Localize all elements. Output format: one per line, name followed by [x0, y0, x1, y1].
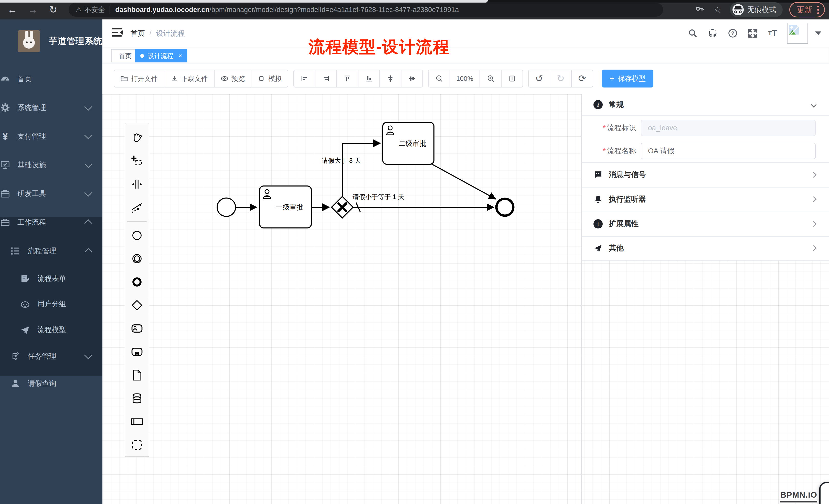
avatar[interactable] [787, 23, 808, 44]
url-bar[interactable]: ⚠ 不安全 dashboard.yudao.iocoder.cn /bpm/ma… [69, 3, 663, 16]
zoom-reset-button[interactable] [501, 70, 523, 87]
flow-label-gt3[interactable]: 请假大于 3 天 [322, 157, 361, 164]
sidebar-item-workflow[interactable]: 工作流程 [0, 208, 102, 236]
zoom-in-button[interactable] [479, 70, 502, 87]
sidebar-item-user-group[interactable]: 用户分组 [0, 290, 102, 318]
update-label[interactable]: 更新 [797, 5, 812, 15]
tab-design-process[interactable]: 设计流程 × [135, 49, 187, 63]
chevron-down-icon [84, 189, 92, 196]
forward-icon[interactable]: → [26, 3, 39, 16]
app-header: 首页 / 设计流程 ? TT [102, 20, 829, 47]
font-size-icon[interactable]: TT [767, 28, 778, 39]
end-event-icon[interactable] [125, 270, 149, 294]
comment-icon [593, 169, 603, 180]
align-top-button[interactable] [336, 70, 358, 87]
user-task-level2[interactable]: 二级审批 [383, 122, 434, 164]
floating-widget-corner[interactable] [819, 482, 829, 504]
avatar-dropdown-caret[interactable] [815, 32, 821, 35]
sidebar-item-process-model[interactable]: 流程模型 [0, 316, 102, 344]
sidebar-toggle-icon[interactable] [112, 27, 123, 38]
update-button[interactable]: 更新 [789, 2, 825, 17]
process-name-input[interactable] [641, 143, 816, 159]
user-task-palette-icon[interactable] [125, 317, 149, 340]
space-tool-icon[interactable] [125, 172, 149, 196]
section-extended-attributes[interactable]: + 扩展属性 [582, 211, 829, 236]
close-icon[interactable]: × [178, 52, 182, 60]
start-event-icon[interactable] [125, 224, 149, 247]
sidebar-item-system[interactable]: 系统管理 [0, 93, 102, 122]
exclusive-gateway[interactable] [331, 196, 353, 218]
save-model-button[interactable]: + 保存模型 [602, 70, 653, 87]
process-key-input[interactable] [641, 120, 816, 136]
sidebar-item-infrastructure[interactable]: 基础设施 [0, 151, 102, 179]
app-title: 芋道管理系统 [49, 35, 102, 47]
section-messages-signals[interactable]: 消息与信号 [582, 162, 829, 187]
open-file-button[interactable]: 打开文件 [114, 70, 165, 87]
connect-tool-icon[interactable] [125, 196, 149, 219]
section-other[interactable]: 其他 [582, 236, 829, 260]
sidebar-item-leave-query[interactable]: 请假查询 [0, 370, 102, 397]
gateway-icon[interactable] [125, 294, 149, 317]
bpmn-io-watermark[interactable]: BPMN.iO [780, 490, 817, 502]
tag-view-bar: 首页 设计流程 × [102, 47, 829, 64]
palette-separator [127, 221, 147, 222]
end-event[interactable] [497, 199, 513, 216]
preview-button[interactable]: 预览 [214, 70, 251, 87]
align-left-button[interactable] [293, 70, 316, 87]
flow-gateway-task2[interactable] [342, 143, 380, 196]
chevron-up-icon [84, 248, 92, 256]
breadcrumb-current: 设计流程 [156, 29, 185, 38]
flow-task2-end[interactable] [431, 164, 496, 199]
back-icon[interactable]: ← [6, 3, 19, 16]
user-task-level1[interactable]: 一级审批 [260, 186, 311, 228]
browser-chrome: ← → ↻ ⌂ ⚠ 不安全 dashboard.yudao.iocoder.cn… [0, 0, 829, 20]
undo-button[interactable]: ↺ [528, 70, 550, 87]
reload-icon[interactable]: ↻ [46, 3, 60, 16]
app-logo-row[interactable]: 芋道管理系统 [0, 20, 102, 63]
lasso-tool-icon[interactable] [125, 149, 149, 172]
bpmn-canvas[interactable]: 一级审批 请假大于 3 天 二级审批 请假小于等 [102, 94, 829, 504]
flow-label-le1[interactable]: 请假小于等于 1 天 [353, 193, 404, 200]
github-icon[interactable] [707, 28, 718, 39]
sidebar-item-devtools[interactable]: 研发工具 [0, 180, 102, 208]
search-icon[interactable] [687, 28, 698, 39]
sidebar-item-task-mgmt[interactable]: 任务管理 [0, 342, 102, 371]
data-object-icon[interactable] [125, 363, 149, 387]
help-icon[interactable]: ? [727, 28, 738, 39]
hand-tool-icon[interactable] [125, 126, 149, 149]
subprocess-icon[interactable] [125, 340, 149, 363]
align-right-button[interactable] [315, 70, 337, 87]
data-store-icon[interactable] [125, 387, 149, 410]
chevron-right-icon [811, 221, 817, 227]
security-label[interactable]: 不安全 [84, 5, 105, 14]
sidebar-item-payment[interactable]: ¥ 支付管理 [0, 122, 102, 150]
participant-icon[interactable] [125, 410, 149, 433]
start-event[interactable] [217, 198, 236, 217]
intermediate-event-icon[interactable] [125, 247, 149, 270]
simulate-button[interactable]: 模拟 [251, 70, 288, 87]
section-general[interactable]: i 常规 [582, 94, 829, 115]
redo-button[interactable]: ↻ [550, 70, 572, 87]
properties-panel: i 常规 *流程标识 *流程名称 消息与信号 执行监听器 + 扩展属性 [582, 94, 829, 261]
sidebar-item-home[interactable]: 首页 [0, 65, 102, 93]
sidebar-item-process-form[interactable]: 流程表单 [0, 265, 102, 293]
paper-plane-icon [593, 243, 603, 253]
bookmark-star-icon[interactable]: ☆ [712, 5, 723, 14]
group-icon[interactable] [125, 433, 149, 456]
browser-menu-icon[interactable] [817, 6, 819, 14]
chevron-up-icon [84, 219, 92, 227]
password-key-icon[interactable] [694, 4, 705, 15]
align-center-button[interactable] [401, 70, 423, 87]
browser-active-tab-sliver [0, 0, 488, 3]
face-icon [20, 299, 30, 309]
download-file-button[interactable]: 下载文件 [164, 70, 215, 87]
fullscreen-icon[interactable] [747, 28, 758, 39]
sidebar-item-process-mgmt[interactable]: 流程管理 [0, 237, 102, 265]
zoom-out-button[interactable] [428, 70, 450, 87]
breadcrumb-home[interactable]: 首页 [131, 29, 145, 38]
restart-button[interactable]: ⟳ [571, 70, 593, 87]
align-middle-button[interactable] [380, 70, 401, 87]
form-edit-icon [20, 273, 30, 284]
align-bottom-button[interactable] [358, 70, 380, 87]
section-execution-listeners[interactable]: 执行监听器 [582, 187, 829, 211]
